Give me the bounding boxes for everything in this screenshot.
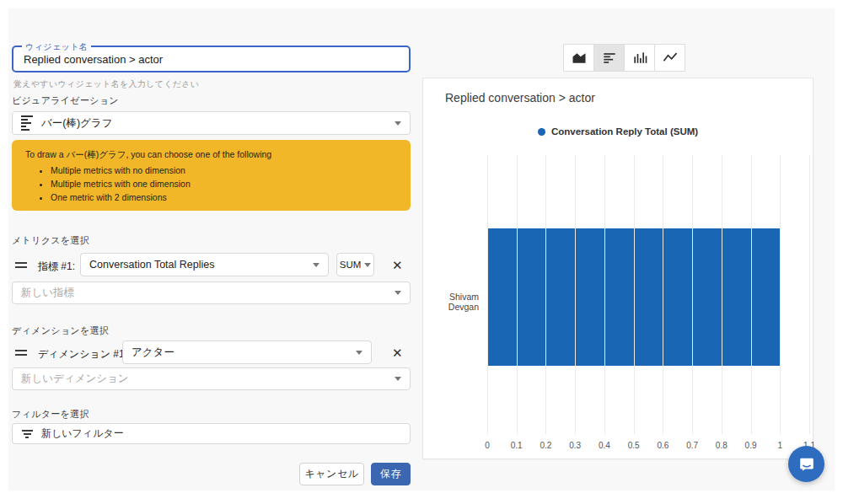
gridline — [722, 155, 722, 434]
widget-name-helper: 覚えやすいウィジェット名を入力してください — [13, 78, 199, 90]
bar-chart-horizontal-icon — [601, 50, 618, 67]
widget-name-label: ウィジェット名 — [22, 41, 91, 53]
cancel-button[interactable]: キャンセル — [299, 463, 364, 485]
x-tick-label: 0.3 — [569, 441, 581, 450]
remove-metric-button[interactable]: ✕ — [392, 259, 403, 271]
x-tick-label: 0.5 — [628, 441, 640, 450]
gridline — [575, 155, 576, 434]
warning-title: To draw a バー(棒)グラフ, you can choose one o… — [25, 149, 397, 161]
gridline — [692, 155, 693, 434]
visualization-select[interactable]: バー(棒)グラフ — [12, 111, 411, 135]
chart-type-horizontal-bar-button[interactable] — [593, 44, 625, 72]
new-filter-label: 新しいフィルター — [41, 426, 124, 441]
x-tick-label: 0.2 — [540, 441, 552, 450]
x-tick-label: 0.7 — [686, 441, 698, 450]
dimension-value: アクター — [132, 346, 349, 360]
gridline — [487, 155, 488, 434]
x-tick-label: 0.4 — [599, 441, 610, 450]
filters-section-label: フィルターを選択 — [12, 408, 89, 421]
dimension-select[interactable]: アクター — [122, 340, 372, 364]
new-dimension-placeholder: 新しいディメンション — [21, 372, 388, 386]
filter-icon — [21, 428, 33, 440]
remove-dimension-button[interactable]: ✕ — [392, 346, 403, 359]
chart-requirements-warning: To draw a バー(棒)グラフ, you can choose one o… — [12, 140, 411, 211]
dimension-drag-handle-icon[interactable] — [15, 347, 27, 358]
chart-type-line-button[interactable] — [654, 44, 685, 72]
metrics-section-label: メトリクスを選択 — [12, 234, 89, 247]
dimension-row-label: ディメンション #1: — [38, 347, 127, 362]
metric-value: Conversation Total Replies — [89, 259, 306, 271]
warning-item: Multiple metrics with one dimension — [51, 179, 397, 189]
metric-drag-handle-icon[interactable] — [15, 260, 27, 271]
chevron-down-icon — [395, 377, 401, 381]
bar-chart-horizontal-icon — [21, 115, 33, 131]
aggregation-value: SUM — [340, 260, 362, 270]
save-button[interactable]: 保存 — [371, 463, 411, 485]
chart-type-toolbar — [563, 44, 685, 72]
category-label: Shivam Devgan — [423, 292, 479, 312]
gridline — [663, 155, 663, 434]
line-chart-icon — [662, 50, 679, 67]
warning-list: Multiple metrics with no dimension Multi… — [51, 165, 397, 202]
new-metric-select[interactable]: 新しい指標 — [12, 281, 411, 304]
x-axis-ticks: 00.10.20.30.40.50.60.70.80.911.1 — [487, 441, 809, 453]
plot-area — [487, 155, 809, 434]
dimensions-section-label: ディメンションを選択 — [12, 324, 109, 337]
chart-preview-card: Replied conversation > actor Conversatio… — [422, 78, 813, 459]
gridline — [545, 155, 546, 434]
new-metric-placeholder: 新しい指標 — [21, 286, 388, 300]
x-tick-label: 0.9 — [745, 441, 757, 450]
chevron-down-icon — [395, 291, 401, 295]
visualization-value: バー(棒)グラフ — [41, 116, 388, 131]
visualization-label: ビジュアライゼーション — [12, 94, 119, 107]
chevron-down-icon — [356, 351, 362, 355]
metric-aggregation-select[interactable]: SUM — [336, 253, 374, 276]
gridline — [517, 155, 518, 434]
chart-type-vertical-bar-button[interactable] — [624, 44, 655, 72]
chat-launcher-button[interactable] — [788, 446, 824, 482]
gridline — [751, 155, 752, 434]
chat-bubble-icon — [797, 455, 816, 474]
metric-row-label: 指標 #1: — [38, 260, 75, 274]
chart-legend[interactable]: Conversation Reply Total (SUM) — [423, 126, 813, 137]
warning-item: One metric with 2 dimensions — [51, 192, 397, 202]
gridline — [604, 155, 605, 434]
warning-item: Multiple metrics with no dimension — [51, 165, 397, 175]
metric-select[interactable]: Conversation Total Replies — [80, 253, 329, 276]
bar-chart-vertical-icon — [631, 50, 648, 67]
x-tick-label: 0.1 — [511, 441, 523, 450]
gridline — [780, 155, 781, 434]
chevron-down-icon — [395, 121, 401, 126]
area-chart-icon — [571, 50, 588, 67]
new-filter-button[interactable]: 新しいフィルター — [12, 423, 411, 444]
gridline — [634, 155, 635, 434]
legend-dot-icon — [538, 128, 545, 136]
x-tick-label: 1 — [777, 441, 782, 450]
x-tick-label: 0 — [485, 441, 490, 450]
new-dimension-select[interactable]: 新しいディメンション — [12, 367, 411, 390]
chevron-down-icon — [313, 263, 319, 267]
legend-label: Conversation Reply Total (SUM) — [551, 126, 698, 137]
x-tick-label: 0.8 — [716, 441, 728, 450]
chevron-down-icon — [364, 263, 371, 267]
chart-title: Replied conversation > actor — [445, 91, 595, 105]
gridline — [809, 155, 810, 434]
x-tick-label: 0.6 — [657, 441, 668, 450]
chart-type-area-button[interactable] — [563, 44, 594, 72]
widget-name-field[interactable]: ウィジェット名 — [12, 46, 411, 72]
